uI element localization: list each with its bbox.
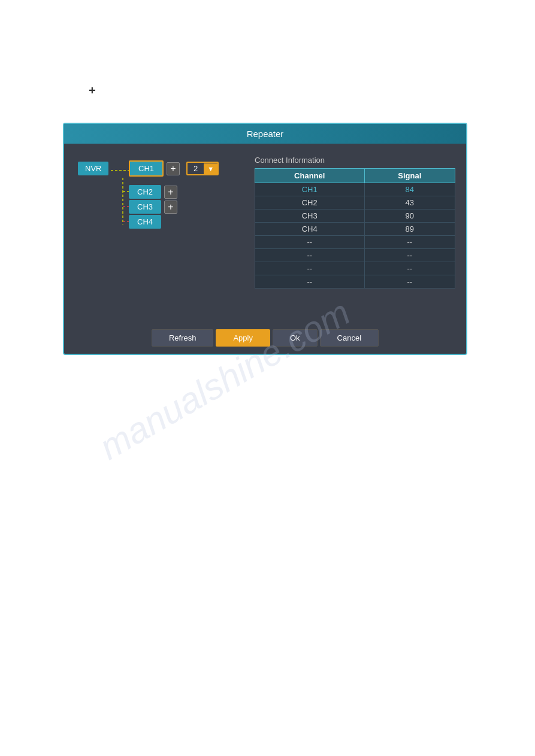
- cell-channel: CH2: [255, 196, 365, 210]
- ch1-dropdown[interactable]: 2 ▼: [186, 162, 219, 175]
- refresh-button[interactable]: Refresh: [152, 329, 214, 347]
- cell-channel: --: [255, 275, 365, 289]
- dropdown-arrow-icon[interactable]: ▼: [204, 163, 217, 174]
- ch4-box[interactable]: CH4: [129, 215, 161, 229]
- cell-signal: 43: [364, 196, 455, 210]
- plus-icon: +: [89, 84, 96, 98]
- ok-button[interactable]: Ok: [273, 329, 318, 347]
- ch3-plus-button[interactable]: +: [164, 201, 177, 214]
- cell-signal: --: [364, 275, 455, 289]
- col-header-signal: Signal: [364, 169, 455, 183]
- ch2-row: CH2 +: [129, 185, 177, 199]
- table-row: ----: [255, 262, 455, 275]
- cell-channel: CH1: [255, 183, 365, 196]
- table-row: ----: [255, 275, 455, 289]
- col-header-channel: Channel: [255, 169, 365, 183]
- cell-channel: CH4: [255, 223, 365, 236]
- table-row: CH390: [255, 210, 455, 223]
- dropdown-value: 2: [188, 163, 204, 174]
- cell-channel: CH3: [255, 210, 365, 223]
- ch2-box[interactable]: CH2: [129, 185, 161, 199]
- ch3-row: CH3 +: [129, 200, 177, 214]
- topology-panel: NVR CH1 + 2 ▼ CH2 +: [75, 156, 243, 314]
- connect-info-title: Connect Information: [255, 156, 455, 165]
- ch3-box[interactable]: CH3: [129, 200, 161, 214]
- ch4-row: CH4: [129, 215, 161, 229]
- dialog-footer: Refresh Apply Ok Cancel: [64, 323, 466, 354]
- table-row: ----: [255, 249, 455, 262]
- cell-channel: --: [255, 262, 365, 275]
- connect-info-panel: Connect Information Channel Signal CH184…: [255, 156, 455, 314]
- ch1-row: CH1 + 2 ▼: [129, 160, 219, 177]
- cell-signal: 89: [364, 223, 455, 236]
- cell-signal: --: [364, 262, 455, 275]
- dialog-title: Repeater: [64, 124, 466, 144]
- ch2-plus-button[interactable]: +: [164, 186, 177, 199]
- table-row: ----: [255, 236, 455, 249]
- cell-signal: 84: [364, 183, 455, 196]
- cell-signal: --: [364, 236, 455, 249]
- ch1-box[interactable]: CH1: [129, 160, 164, 177]
- cell-channel: --: [255, 249, 365, 262]
- apply-button[interactable]: Apply: [216, 329, 270, 347]
- ch1-plus-button[interactable]: +: [167, 162, 180, 175]
- nvr-box: NVR: [78, 162, 108, 175]
- dialog-body: NVR CH1 + 2 ▼ CH2 +: [64, 144, 466, 323]
- repeater-dialog: Repeater NVR: [63, 123, 467, 355]
- connect-info-table: Channel Signal CH184CH243CH390CH489-----…: [255, 168, 455, 289]
- cancel-button[interactable]: Cancel: [320, 329, 379, 347]
- table-row: CH184: [255, 183, 455, 196]
- cell-signal: --: [364, 249, 455, 262]
- table-row: CH243: [255, 196, 455, 210]
- cell-signal: 90: [364, 210, 455, 223]
- table-row: CH489: [255, 223, 455, 236]
- cell-channel: --: [255, 236, 365, 249]
